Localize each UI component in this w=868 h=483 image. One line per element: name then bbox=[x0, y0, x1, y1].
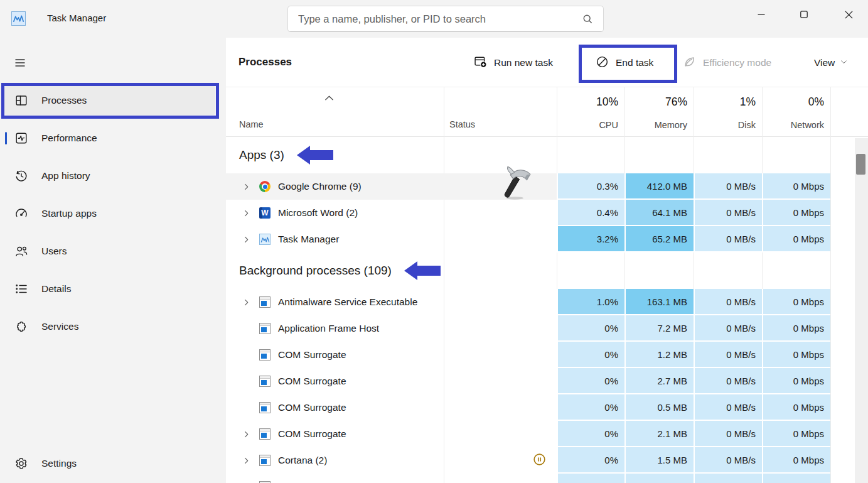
sidebar-item-startup-apps[interactable]: Startup apps bbox=[4, 199, 215, 228]
process-name-cell: COM Surrogate bbox=[226, 421, 444, 447]
memory-cell: 65.2 MB bbox=[624, 226, 694, 252]
view-menu-button[interactable]: View bbox=[814, 50, 848, 75]
sidebar-item-label: Services bbox=[41, 321, 78, 332]
search-box[interactable] bbox=[287, 6, 604, 32]
startup-apps-icon bbox=[14, 206, 29, 221]
status-cell bbox=[444, 447, 557, 474]
process-name-cell: COM Surrogate bbox=[226, 342, 444, 368]
window-icon bbox=[259, 323, 271, 334]
maximize-button[interactable] bbox=[790, 0, 818, 29]
process-row-application-frame-host[interactable]: Application Frame Host0%7.2 MB0 MB/s0 Mb… bbox=[226, 315, 830, 342]
memory-cell: 1.5 MB bbox=[624, 447, 694, 474]
status-cell bbox=[444, 342, 557, 368]
disk-cell: 0 MB/s bbox=[694, 289, 762, 315]
sidebar-item-processes[interactable]: Processes bbox=[4, 86, 215, 115]
sidebar: ProcessesPerformanceApp historyStartup a… bbox=[0, 38, 226, 483]
process-row-com-surrogate[interactable]: COM Surrogate0%2.7 MB0 MB/s0 Mbps bbox=[226, 368, 830, 394]
column-header-network[interactable]: 0% Network bbox=[762, 87, 830, 137]
chevron-right-icon[interactable] bbox=[242, 430, 252, 439]
page-title: Processes bbox=[238, 56, 292, 68]
cpu-cell: 0.3% bbox=[557, 173, 624, 200]
process-name: Application Frame Host bbox=[278, 323, 379, 334]
process-name-cell: COM Surrogate bbox=[226, 394, 444, 421]
window-icon bbox=[259, 428, 271, 440]
search-input[interactable] bbox=[288, 6, 572, 31]
scrollbar-track[interactable] bbox=[855, 138, 868, 483]
end-task-icon bbox=[595, 55, 609, 72]
group-header-apps-3-[interactable]: Apps (3) bbox=[226, 137, 830, 173]
menu-toggle-button[interactable] bbox=[10, 53, 30, 73]
process-row-antimalware-service-executable[interactable]: Antimalware Service Executable1.0%163.1 … bbox=[226, 289, 830, 315]
network-cell: 0 Mbps bbox=[762, 315, 830, 342]
column-header-memory[interactable]: 76% Memory bbox=[624, 87, 694, 137]
status-cell bbox=[444, 173, 557, 200]
chevron-right-icon[interactable] bbox=[242, 209, 252, 218]
cpu-cell: 0% bbox=[557, 315, 624, 342]
network-cell: 0 Mbps bbox=[762, 226, 830, 252]
efficiency-mode-label: Efficiency mode bbox=[703, 57, 771, 68]
sidebar-item-label: Details bbox=[41, 283, 71, 295]
process-name-cell: CTF Loader bbox=[226, 474, 444, 483]
memory-cell: 2.7 MB bbox=[624, 368, 694, 394]
minimize-button[interactable] bbox=[747, 0, 776, 29]
process-row-task-manager[interactable]: Task Manager3.2%65.2 MB0 MB/s0 Mbps bbox=[226, 226, 830, 252]
end-task-button[interactable]: End task bbox=[595, 50, 653, 75]
sidebar-item-users[interactable]: Users bbox=[4, 237, 215, 266]
scrollbar-thumb[interactable] bbox=[856, 154, 865, 175]
network-cell: 0 Mbps bbox=[762, 342, 830, 368]
sidebar-item-performance[interactable]: Performance bbox=[4, 124, 215, 153]
status-cell bbox=[444, 421, 557, 447]
memory-cell: 0.5 MB bbox=[624, 394, 694, 421]
sort-ascending-icon bbox=[324, 92, 335, 104]
disk-cell: 0 MB/s bbox=[694, 200, 762, 226]
sidebar-item-app-history[interactable]: App history bbox=[4, 161, 215, 190]
network-cell: 0 Mbps bbox=[762, 474, 830, 483]
close-button[interactable] bbox=[834, 0, 863, 29]
details-icon bbox=[14, 281, 29, 296]
disk-cell: 0 MB/s bbox=[694, 394, 762, 421]
process-row-cortana-2-[interactable]: Cortana (2)0%1.5 MB0 MB/s0 Mbps bbox=[226, 447, 830, 474]
sidebar-item-label: App history bbox=[41, 170, 90, 182]
disk-cell: 0 MB/s bbox=[694, 315, 762, 342]
network-cell: 0 Mbps bbox=[762, 394, 830, 421]
sidebar-item-settings[interactable]: Settings bbox=[4, 449, 215, 478]
process-row-google-chrome-9-[interactable]: Google Chrome (9)0.3%412.0 MB0 MB/s0 Mbp… bbox=[226, 173, 830, 200]
processes-icon bbox=[14, 93, 29, 108]
chrome-icon bbox=[259, 181, 271, 192]
process-row-microsoft-word-2-[interactable]: WMicrosoft Word (2)0.4%64.1 MB0 MB/s0 Mb… bbox=[226, 200, 830, 226]
process-row-com-surrogate[interactable]: COM Surrogate0%0.5 MB0 MB/s0 Mbps bbox=[226, 394, 830, 421]
sidebar-item-details[interactable]: Details bbox=[4, 274, 215, 303]
column-header-cpu[interactable]: 10% CPU bbox=[557, 87, 624, 137]
process-row-ctf-loader[interactable]: CTF Loader0%1.7 MB0 MB/s0 Mbps bbox=[226, 474, 830, 483]
cpu-cell: 0% bbox=[557, 474, 624, 483]
window-icon bbox=[259, 402, 271, 413]
users-icon bbox=[14, 244, 29, 259]
app-history-icon bbox=[14, 168, 29, 183]
window-icon bbox=[259, 376, 271, 387]
run-new-task-button[interactable]: Run new task bbox=[473, 50, 553, 75]
process-name-cell: Google Chrome (9) bbox=[226, 173, 444, 200]
chevron-right-icon[interactable] bbox=[242, 182, 252, 192]
sidebar-item-services[interactable]: Services bbox=[4, 312, 215, 341]
process-row-com-surrogate[interactable]: COM Surrogate0%2.1 MB0 MB/s0 Mbps bbox=[226, 421, 830, 447]
memory-cell: 2.1 MB bbox=[624, 421, 694, 447]
main-panel: Processes Run new task End task Efficien… bbox=[226, 38, 868, 483]
process-row-com-surrogate[interactable]: COM Surrogate0%1.2 MB0 MB/s0 Mbps bbox=[226, 342, 830, 368]
search-icon[interactable] bbox=[581, 13, 594, 28]
column-header-disk[interactable]: 1% Disk bbox=[694, 87, 762, 137]
efficiency-mode-button[interactable]: Efficiency mode bbox=[682, 50, 771, 75]
chevron-right-icon[interactable] bbox=[242, 456, 252, 465]
chevron-right-icon[interactable] bbox=[242, 235, 252, 244]
services-icon bbox=[14, 319, 29, 334]
task-manager-icon bbox=[259, 234, 271, 245]
titlebar: Task Manager bbox=[0, 0, 868, 38]
network-cell: 0 Mbps bbox=[762, 368, 830, 394]
column-header-name[interactable]: Name bbox=[239, 119, 264, 129]
column-header-status[interactable]: Status bbox=[449, 119, 475, 129]
cpu-cell: 3.2% bbox=[557, 226, 624, 252]
network-total-usage: 0% bbox=[808, 95, 824, 109]
group-header-background-processes-109-[interactable]: Background processes (109) bbox=[226, 252, 830, 289]
process-list: Apps (3)Google Chrome (9)0.3%412.0 MB0 M… bbox=[226, 137, 830, 483]
chevron-down-icon bbox=[840, 57, 848, 68]
chevron-right-icon[interactable] bbox=[242, 298, 252, 307]
